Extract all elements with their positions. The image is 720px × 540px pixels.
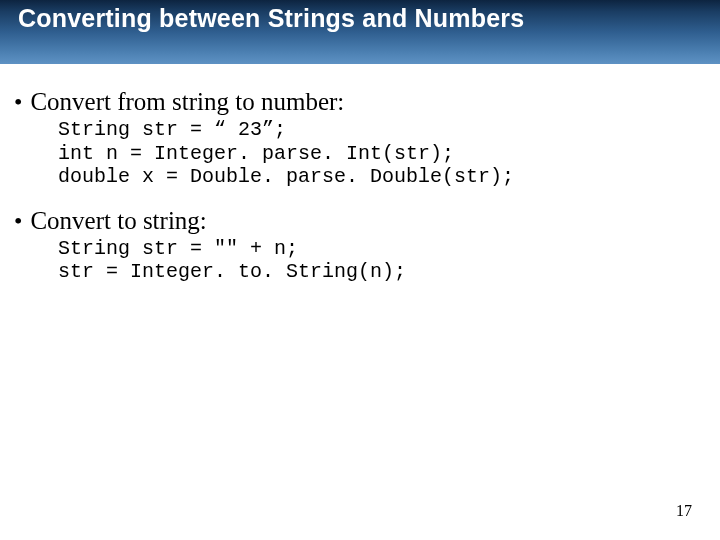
code-line: int n = Integer. parse. Int(str);: [58, 142, 454, 165]
bullet-item-2: • Convert to string:: [14, 207, 706, 235]
bullet-dot-icon: •: [14, 209, 22, 233]
bullet-item-1: • Convert from string to number:: [14, 88, 706, 116]
code-line: double x = Double. parse. Double(str);: [58, 165, 514, 188]
bullet-dot-icon: •: [14, 90, 22, 114]
code-line: String str = “ 23”;: [58, 118, 286, 141]
section1-heading: Convert from string to number:: [30, 88, 344, 116]
section2-heading: Convert to string:: [30, 207, 206, 235]
slide-title: Converting between Strings and Numbers: [0, 4, 524, 33]
page-number: 17: [676, 502, 692, 520]
code-block-1: String str = “ 23”; int n = Integer. par…: [14, 118, 706, 189]
code-block-2: String str = "" + n; str = Integer. to. …: [14, 237, 706, 284]
title-bar: Converting between Strings and Numbers: [0, 0, 720, 64]
code-line: String str = "" + n;: [58, 237, 298, 260]
code-line: str = Integer. to. String(n);: [58, 260, 406, 283]
slide-content: • Convert from string to number: String …: [0, 64, 720, 284]
